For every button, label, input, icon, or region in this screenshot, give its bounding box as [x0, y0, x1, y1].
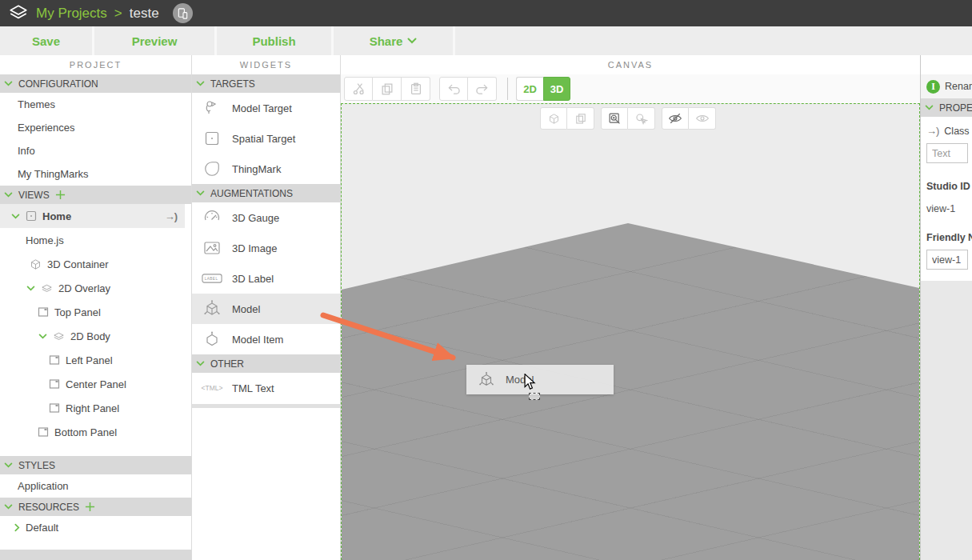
section-augmentations[interactable]: AUGMENTATIONS: [192, 184, 340, 202]
section-properties[interactable]: PROPERTIES: [921, 98, 972, 117]
sidebar-item-my-thingmarks[interactable]: My ThingMarks: [0, 162, 191, 186]
tree-item-default[interactable]: Default: [0, 516, 191, 539]
eye-icon: [695, 112, 710, 125]
chevron-down-icon: [407, 38, 417, 44]
canvas-panel-header: CANVAS: [341, 55, 921, 74]
image-icon: [202, 238, 222, 258]
widgets-panel-header: WIDGETS: [192, 55, 341, 74]
zoom-cursor-icon: [634, 112, 648, 126]
section-resources[interactable]: RESOURCES: [0, 498, 191, 516]
widget-tml-text[interactable]: <TML> TML Text: [192, 373, 340, 403]
top-bar: My Projects > teste: [0, 0, 972, 26]
chevron-down-icon: [4, 192, 13, 198]
model-icon: [202, 299, 222, 318]
scissors-icon: [351, 82, 366, 96]
tree-item-top-panel[interactable]: Top Panel: [0, 300, 191, 324]
drag-ghost-model[interactable]: Model: [466, 365, 614, 394]
cut-button[interactable]: [344, 77, 373, 101]
panel-icon: [37, 426, 50, 438]
breadcrumb-separator: >: [114, 6, 122, 22]
section-targets[interactable]: TARGETS: [192, 74, 340, 93]
chevron-down-icon: [26, 286, 35, 291]
tree-item-2d-body[interactable]: 2D Body: [0, 324, 191, 348]
canvas-view-toolbar: [540, 107, 716, 130]
class-input[interactable]: [926, 143, 968, 163]
studio-logo-icon: [8, 3, 29, 24]
tree-item-2d-overlay[interactable]: 2D Overlay: [0, 276, 191, 300]
chevron-down-icon: [4, 81, 13, 86]
rename-row[interactable]: I Rename: [921, 74, 972, 98]
device-preview-button[interactable]: [173, 3, 193, 23]
breadcrumb-my-projects[interactable]: My Projects: [36, 6, 107, 22]
action-toolbar: Save Preview Publish Share: [0, 26, 972, 55]
section-styles[interactable]: STYLES: [0, 456, 191, 474]
widget-3d-gauge[interactable]: 3D Gauge: [192, 202, 340, 233]
widget-thingmark[interactable]: ThingMark: [192, 154, 340, 184]
tree-item-left-panel[interactable]: Left Panel: [0, 348, 191, 372]
chevron-down-icon: [11, 214, 20, 219]
widget-3d-label[interactable]: LABEL 3D Label: [192, 263, 340, 294]
cube-icon: [29, 258, 42, 271]
sidebar-item-info[interactable]: Info: [0, 139, 191, 162]
mode-2d-button[interactable]: 2D: [516, 77, 543, 101]
show-button[interactable]: [689, 107, 716, 130]
view-icon: [25, 210, 38, 222]
sidebar-item-experiences[interactable]: Experiences: [0, 116, 191, 139]
widget-model-target[interactable]: Model Target: [192, 93, 340, 123]
reset-view-button[interactable]: [540, 107, 567, 130]
studio-id-label: Studio ID: [926, 181, 972, 192]
sidebar-item-application[interactable]: Application: [0, 474, 191, 498]
paste-button[interactable]: [402, 77, 430, 101]
canvas-3d-stage[interactable]: Model: [341, 103, 920, 560]
add-view-button[interactable]: [55, 190, 66, 200]
gauge-icon: [202, 208, 222, 227]
model-item-icon: [202, 330, 222, 349]
tree-item-bottom-panel[interactable]: Bottom Panel: [0, 420, 191, 444]
widget-3d-image[interactable]: 3D Image: [192, 233, 340, 263]
zoom-select-button[interactable]: [628, 107, 655, 130]
zoom-in-icon: [608, 112, 622, 126]
widget-spatial-target[interactable]: Spatial Target: [192, 123, 340, 154]
tree-item-3d-container[interactable]: 3D Container: [0, 252, 191, 276]
copy-icon: [380, 82, 394, 96]
sidebar-item-themes[interactable]: Themes: [0, 93, 191, 116]
tree-item-home[interactable]: Home →): [0, 204, 185, 228]
hide-button[interactable]: [662, 107, 689, 130]
mouse-cursor: [524, 374, 536, 390]
duplicate-icon: [574, 112, 587, 125]
undo-button[interactable]: [439, 77, 468, 101]
redo-button[interactable]: [468, 77, 497, 101]
friendly-name-input[interactable]: [926, 250, 968, 270]
chevron-down-icon: [196, 361, 205, 366]
save-button[interactable]: Save: [0, 26, 94, 55]
ground-plane: [342, 104, 919, 560]
spatial-target-icon: [203, 130, 221, 147]
project-panel-footer: [0, 550, 191, 560]
section-views[interactable]: VIEWS: [0, 186, 191, 204]
navigate-icon[interactable]: →): [165, 210, 177, 222]
binding-icon: →): [926, 125, 938, 137]
widget-model[interactable]: Model: [192, 294, 340, 324]
chevron-down-icon: [925, 105, 934, 110]
zoom-region-button[interactable]: [601, 107, 628, 130]
widget-model-item[interactable]: Model Item: [192, 324, 340, 354]
publish-button[interactable]: Publish: [217, 26, 334, 55]
paste-icon: [409, 82, 423, 96]
tree-item-right-panel[interactable]: Right Panel: [0, 396, 191, 420]
tree-item-center-panel[interactable]: Center Panel: [0, 372, 191, 396]
label-icon: LABEL: [202, 272, 222, 285]
mode-3d-button[interactable]: 3D: [543, 77, 570, 101]
preview-button[interactable]: Preview: [94, 26, 217, 55]
layers-icon: [40, 282, 54, 295]
panel-headers-row: PROJECT WIDGETS CANVAS: [0, 55, 972, 74]
svg-text:LABEL: LABEL: [205, 277, 218, 281]
section-configuration[interactable]: CONFIGURATION: [0, 74, 191, 93]
panel-icon: [37, 306, 50, 318]
section-other[interactable]: OTHER: [192, 354, 340, 373]
tree-item-home-js[interactable]: Home.js: [0, 228, 191, 252]
share-button[interactable]: Share: [334, 26, 455, 55]
duplicate-view-button[interactable]: [567, 107, 594, 130]
chevron-down-icon: [196, 81, 205, 86]
copy-button[interactable]: [373, 77, 402, 101]
add-resource-button[interactable]: [85, 502, 95, 512]
